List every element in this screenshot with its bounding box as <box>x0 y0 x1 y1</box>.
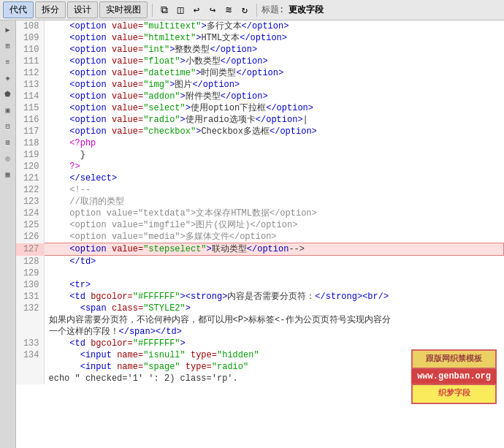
gutter-icon-5[interactable]: ⬟ <box>1 88 15 101</box>
line-code: <td bgcolor="#FFFFFF"> <box>44 338 504 349</box>
refresh-icon[interactable]: ↻ <box>237 3 252 18</box>
format-icon[interactable]: ≋ <box>221 3 236 18</box>
line-number: 111 <box>16 56 44 67</box>
gutter-icon-10[interactable]: ▦ <box>1 168 15 181</box>
tab-design[interactable]: 设计 <box>67 1 98 18</box>
table-row: 116 <option value="radio">使用radio选项卡</op… <box>16 114 504 126</box>
table-row: 111 <option value="float">小数类型</option> <box>16 56 504 67</box>
toolbar-separator <box>152 4 153 17</box>
line-code: </td> <box>44 256 504 268</box>
title-value: 更改字段 <box>289 4 324 16</box>
line-number: 131 <box>16 291 44 303</box>
gutter-icon-8[interactable]: ⊠ <box>1 136 15 149</box>
line-number: 109 <box>16 32 44 44</box>
line-number: 110 <box>16 44 44 56</box>
line-code: <option value="htmltext">HTML文本</option> <box>44 32 504 44</box>
line-code: <option value="datetime">时间类型</option> <box>44 67 504 79</box>
toolbar: 代代 拆分 设计 实时视图 ⧉ ◫ ↩ ↪ ≋ ↻ 标题: 更改字段 <box>0 0 504 20</box>
table-row: 109 <option value="htmltext">HTML文本</opt… <box>16 32 504 44</box>
table-row: 130 <tr> <box>16 279 504 291</box>
line-code: <?php <box>44 137 504 149</box>
line-number <box>16 373 44 384</box>
code-table: 108 <option value="multitext">多行文本</opti… <box>16 20 504 384</box>
table-row: 120 ?> <box>16 161 504 172</box>
table-row: 134 <input name="isnull" type="hidden" <box>16 349 504 361</box>
line-number: 130 <box>16 279 44 291</box>
table-row: 113 <option value="img">图片</option> <box>16 79 504 91</box>
table-row: 121 </select> <box>16 172 504 184</box>
table-row: 132 <span class="STYLE2"> <box>16 303 504 314</box>
line-code: <option value="radio">使用radio选项卡</option… <box>44 114 504 126</box>
line-number: 128 <box>16 256 44 268</box>
line-number: 118 <box>16 137 44 149</box>
line-number: 108 <box>16 20 44 32</box>
table-row: 108 <option value="multitext">多行文本</opti… <box>16 20 504 32</box>
main-area: ▶ ⊞ ≡ ◈ ⬟ ▣ ⊟ ⊠ ◎ ▦ 108 <option value="m… <box>0 20 504 448</box>
line-number: 127 <box>16 243 44 256</box>
code-editor[interactable]: 108 <option value="multitext">多行文本</opti… <box>16 20 504 448</box>
table-row: 124 option value="textdata">文本保存HTML数据</… <box>16 208 504 219</box>
tab-split[interactable]: 拆分 <box>35 1 66 18</box>
table-row: 119 } <box>16 149 504 161</box>
gutter-icon-2[interactable]: ⊞ <box>1 39 15 53</box>
table-row: 122 <!-- <box>16 184 504 196</box>
gutter-icon-3[interactable]: ≡ <box>1 56 15 69</box>
tab-code[interactable]: 代代 <box>3 1 34 18</box>
line-code: 一个这样的字段！</span></td> <box>44 326 504 338</box>
table-row: <input name="spage" type="radio" <box>16 361 504 373</box>
table-row: 125 <option value="imgfile">图片(仅网址)</opt… <box>16 219 504 231</box>
line-number: 122 <box>16 184 44 196</box>
line-code: } <box>44 149 504 161</box>
line-number: 114 <box>16 91 44 102</box>
undo-icon[interactable]: ↩ <box>189 3 204 18</box>
line-number: 126 <box>16 231 44 243</box>
toolbar-separator-2 <box>256 4 257 17</box>
line-number: 117 <box>16 126 44 137</box>
line-code: <option value="addon">附件类型</option> <box>44 91 504 102</box>
table-row: 110 <option value="int">整数类型</option> <box>16 44 504 56</box>
line-number: 134 <box>16 349 44 361</box>
line-code: <option value="checkbox">Checkbox多选框</op… <box>44 126 504 137</box>
table-row: 118 <?php <box>16 137 504 149</box>
line-code <box>44 267 504 279</box>
gutter-icon-9[interactable]: ◎ <box>1 152 15 165</box>
paste-icon[interactable]: ◫ <box>173 3 188 18</box>
line-number: 125 <box>16 219 44 231</box>
table-row: 112 <option value="datetime">时间类型</optio… <box>16 67 504 79</box>
gutter-icon-1[interactable]: ▶ <box>1 23 15 37</box>
line-number: 133 <box>16 338 44 349</box>
table-row: 一个这样的字段！</span></td> <box>16 326 504 338</box>
line-number <box>16 314 44 326</box>
gutter-icon-6[interactable]: ▣ <box>1 104 15 117</box>
line-code: <!-- <box>44 184 504 196</box>
line-number: 124 <box>16 208 44 219</box>
line-code: <option value="media">多媒体文件</option> <box>44 231 504 243</box>
tab-liveview[interactable]: 实时视图 <box>99 1 148 18</box>
line-code: ?> <box>44 161 504 172</box>
line-number: 119 <box>16 149 44 161</box>
line-number <box>16 326 44 338</box>
line-code: //取消的类型 <box>44 196 504 208</box>
line-code: <option value="int">整数类型</option> <box>44 44 504 56</box>
line-code: </select> <box>44 172 504 184</box>
table-row: 129 <box>16 267 504 279</box>
line-number: 120 <box>16 161 44 172</box>
left-gutter: ▶ ⊞ ≡ ◈ ⬟ ▣ ⊟ ⊠ ◎ ▦ <box>0 20 16 448</box>
line-code: <td bgcolor="#FFFFFF"><strong>内容是否需要分页符：… <box>44 291 504 303</box>
line-code: <tr> <box>44 279 504 291</box>
line-number <box>16 361 44 373</box>
table-row: 115 <option value="select">使用option下拉框</… <box>16 102 504 114</box>
line-code: <option value="multitext">多行文本</option> <box>44 20 504 32</box>
table-row: 123 //取消的类型 <box>16 196 504 208</box>
line-code: 如果内容需要分页符，不论何种内容，都可以用<P>标标签<-作为公页页符号实现内容… <box>44 314 504 326</box>
line-code: <span class="STYLE2"> <box>44 303 504 314</box>
line-code: <option value="img">图片</option> <box>44 79 504 91</box>
table-row: 126 <option value="media">多媒体文件</option> <box>16 231 504 243</box>
gutter-icon-4[interactable]: ◈ <box>1 72 15 85</box>
line-code: <option value="select">使用option下拉框</opti… <box>44 102 504 114</box>
line-number: 112 <box>16 67 44 79</box>
redo-icon[interactable]: ↪ <box>205 3 220 18</box>
gutter-icon-7[interactable]: ⊟ <box>1 120 15 133</box>
line-number: 123 <box>16 196 44 208</box>
copy-icon[interactable]: ⧉ <box>157 3 172 18</box>
